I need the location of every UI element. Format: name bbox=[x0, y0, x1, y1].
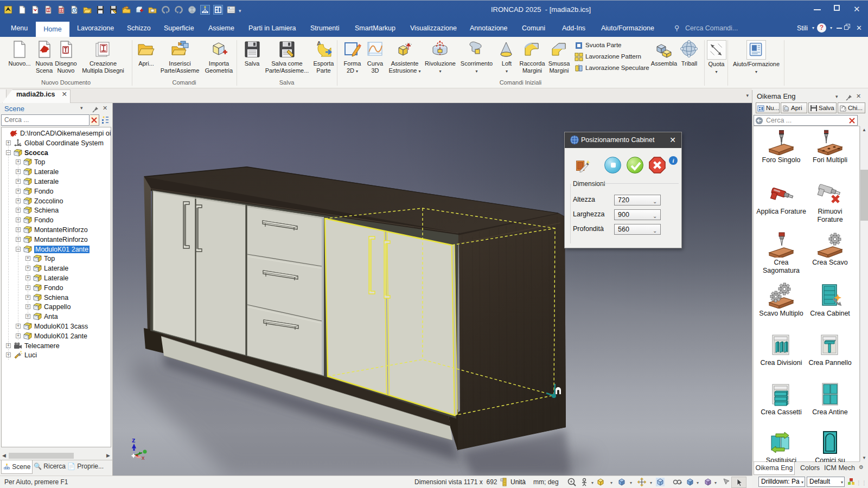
svg-text:z: z bbox=[132, 436, 136, 444]
svg-text:x: x bbox=[142, 454, 145, 461]
